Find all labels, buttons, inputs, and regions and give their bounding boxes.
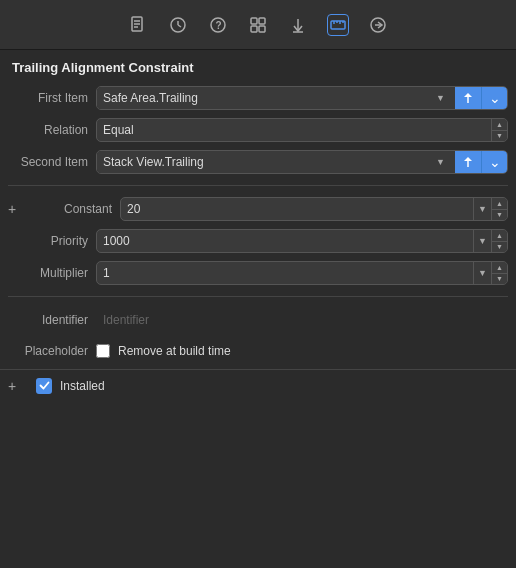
first-item-label: First Item: [8, 91, 96, 105]
multiplier-stepper[interactable]: ▼ ▲ ▼: [96, 261, 508, 285]
installed-checkbox-wrap: Installed: [36, 378, 105, 394]
relation-spin-up[interactable]: ▲: [492, 119, 507, 131]
multiplier-spin-up[interactable]: ▲: [492, 262, 507, 274]
relation-control: Equal ▲ ▼: [96, 118, 508, 142]
multiplier-spin-down[interactable]: ▼: [492, 274, 507, 285]
priority-row: Priority ▼ ▲ ▼: [8, 226, 508, 256]
relation-spinners[interactable]: ▲ ▼: [491, 119, 507, 141]
relation-dropdown[interactable]: Equal ▲ ▼: [96, 118, 508, 142]
priority-control: ▼ ▲ ▼: [96, 229, 508, 253]
priority-spin-up[interactable]: ▲: [492, 230, 507, 242]
relation-label: Relation: [8, 123, 96, 137]
second-item-label: Second Item: [8, 155, 96, 169]
first-item-row: First Item Safe Area.Trailing ▼ ⌄: [8, 83, 508, 113]
identifier-control: [96, 308, 508, 332]
constant-spinners[interactable]: ▲ ▼: [491, 198, 507, 220]
constant-spin-down[interactable]: ▼: [492, 210, 507, 221]
first-item-dropdown-btn[interactable]: ⌄: [481, 87, 507, 109]
first-item-dropdown[interactable]: Safe Area.Trailing ▼ ⌄: [96, 86, 508, 110]
constant-label: Constant: [32, 202, 120, 216]
multiplier-control: ▼ ▲ ▼: [96, 261, 508, 285]
identifier-input[interactable]: [96, 308, 508, 332]
multiplier-row: Multiplier ▼ ▲ ▼: [8, 258, 508, 288]
svg-rect-12: [259, 26, 265, 32]
constant-row: + Constant ▼ ▲ ▼: [8, 194, 508, 224]
second-item-dropdown[interactable]: Stack View.Trailing ▼ ⌄: [96, 150, 508, 174]
clock-icon[interactable]: [167, 14, 189, 36]
constant-dropdown-arrow[interactable]: ▼: [473, 198, 491, 220]
priority-stepper[interactable]: ▼ ▲ ▼: [96, 229, 508, 253]
installed-checkbox[interactable]: [36, 378, 52, 394]
priority-spin-down[interactable]: ▼: [492, 242, 507, 253]
first-item-arrow-button[interactable]: [455, 87, 481, 109]
placeholder-label: Placeholder: [8, 344, 96, 358]
placeholder-row: Placeholder Remove at build time: [0, 337, 516, 365]
priority-label: Priority: [8, 234, 96, 248]
toolbar: ?: [0, 0, 516, 50]
installed-label: Installed: [60, 379, 105, 393]
svg-text:?: ?: [216, 20, 222, 31]
arrow-right-icon[interactable]: [367, 14, 389, 36]
arrow-down-icon[interactable]: [287, 14, 309, 36]
svg-rect-10: [259, 18, 265, 24]
second-item-chevron: ▼: [436, 157, 445, 167]
relation-spin-down[interactable]: ▼: [492, 131, 507, 142]
first-item-text: Safe Area.Trailing: [103, 91, 198, 105]
svg-line-6: [178, 25, 181, 27]
constant-spin-up[interactable]: ▲: [492, 198, 507, 210]
constant-control: ▼ ▲ ▼: [120, 197, 508, 221]
first-item-value[interactable]: Safe Area.Trailing ▼: [97, 87, 455, 109]
svg-rect-11: [251, 26, 257, 32]
constant-plus-icon[interactable]: +: [8, 201, 28, 217]
first-item-control: Safe Area.Trailing ▼ ⌄: [96, 86, 508, 110]
svg-marker-22: [464, 93, 472, 97]
priority-dropdown-arrow[interactable]: ▼: [473, 230, 491, 252]
divider-1: [8, 185, 508, 186]
constant-input[interactable]: [121, 198, 473, 220]
multiplier-label: Multiplier: [8, 266, 96, 280]
svg-rect-9: [251, 18, 257, 24]
form-area: First Item Safe Area.Trailing ▼ ⌄: [0, 83, 516, 335]
priority-spinners[interactable]: ▲ ▼: [491, 230, 507, 252]
second-item-row: Second Item Stack View.Trailing ▼ ⌄: [8, 147, 508, 177]
placeholder-checkbox-label: Remove at build time: [118, 344, 231, 358]
multiplier-spinners[interactable]: ▲ ▼: [491, 262, 507, 284]
identifier-row: Identifier: [8, 305, 508, 335]
installed-plus-icon[interactable]: +: [8, 378, 28, 394]
second-item-control: Stack View.Trailing ▼ ⌄: [96, 150, 508, 174]
priority-input[interactable]: [97, 230, 473, 252]
second-item-arrow-button[interactable]: [455, 151, 481, 173]
second-item-value[interactable]: Stack View.Trailing ▼: [97, 151, 455, 173]
installed-row: + Installed: [0, 369, 516, 401]
relation-value: Equal: [97, 119, 491, 141]
placeholder-checkbox[interactable]: [96, 344, 110, 358]
svg-marker-24: [464, 157, 472, 161]
relation-row: Relation Equal ▲ ▼: [8, 115, 508, 145]
constant-stepper[interactable]: ▼ ▲ ▼: [120, 197, 508, 221]
second-item-text: Stack View.Trailing: [103, 155, 204, 169]
first-item-chevron: ▼: [436, 93, 445, 103]
second-item-dropdown-btn[interactable]: ⌄: [481, 151, 507, 173]
identifier-label: Identifier: [8, 313, 96, 327]
help-icon[interactable]: ?: [207, 14, 229, 36]
file-icon[interactable]: [127, 14, 149, 36]
ruler-icon[interactable]: [327, 14, 349, 36]
multiplier-input[interactable]: [97, 262, 473, 284]
section-title: Trailing Alignment Constraint: [0, 50, 516, 83]
multiplier-dropdown-arrow[interactable]: ▼: [473, 262, 491, 284]
list-icon[interactable]: [247, 14, 269, 36]
divider-2: [8, 296, 508, 297]
